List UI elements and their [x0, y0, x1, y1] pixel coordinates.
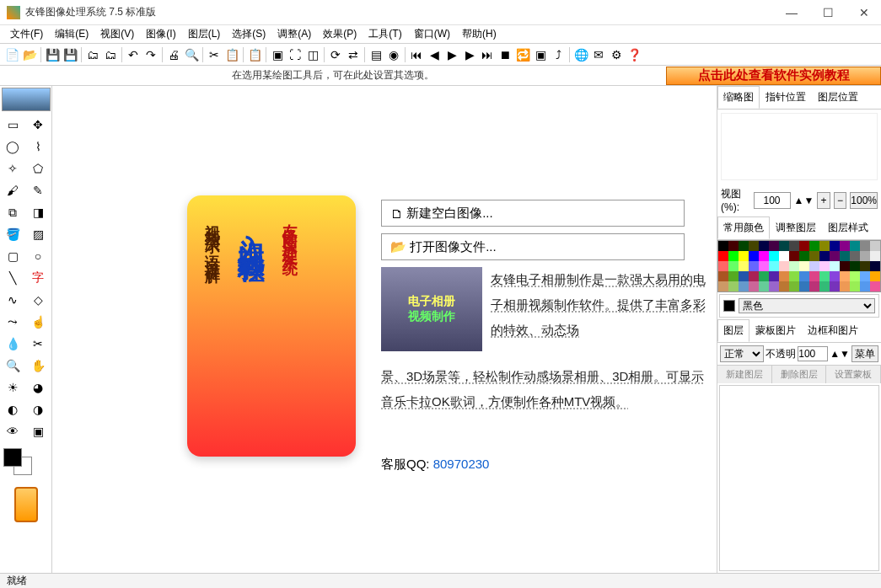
path-tool[interactable]: ⤳: [2, 312, 24, 332]
menu-effect[interactable]: 效果(P): [318, 25, 362, 43]
palette-swatch[interactable]: [819, 261, 830, 271]
cut-icon[interactable]: ✂: [206, 46, 223, 63]
menu-help[interactable]: 帮助(H): [457, 25, 502, 43]
palette-swatch[interactable]: [870, 241, 880, 251]
prev-icon[interactable]: ◀: [426, 46, 443, 63]
spinner-icon[interactable]: ▲▼: [830, 348, 850, 360]
palette-swatch[interactable]: [759, 251, 769, 261]
palette-swatch[interactable]: [769, 251, 779, 261]
palette-swatch[interactable]: [860, 241, 870, 251]
minimize-button[interactable]: —: [781, 4, 803, 21]
undo-icon[interactable]: ↶: [125, 46, 142, 63]
palette-swatch[interactable]: [860, 261, 870, 271]
layer-menu-button[interactable]: 菜单: [851, 345, 878, 362]
palette-swatch[interactable]: [769, 281, 779, 291]
mail-icon[interactable]: ✉: [590, 46, 607, 63]
palette-swatch[interactable]: [779, 281, 789, 291]
palette-swatch[interactable]: [779, 251, 789, 261]
copy-icon[interactable]: 📋: [223, 46, 240, 63]
help-icon[interactable]: ❓: [626, 46, 642, 63]
smudge-tool[interactable]: ☝: [27, 312, 49, 332]
zoom-in-button[interactable]: +: [817, 192, 830, 209]
palette-swatch[interactable]: [749, 251, 759, 261]
menu-edit[interactable]: 编辑(E): [50, 25, 94, 43]
palette-swatch[interactable]: [799, 241, 809, 251]
new-icon[interactable]: 📄: [3, 46, 20, 63]
palette-swatch[interactable]: [718, 241, 728, 251]
lasso-tool[interactable]: ⌇: [27, 136, 49, 157]
palette-swatch[interactable]: [850, 261, 860, 271]
tab-border-image[interactable]: 边框和图片: [802, 319, 864, 342]
clone-tool[interactable]: ⧉: [2, 202, 24, 222]
play-icon[interactable]: ▶: [443, 46, 460, 63]
preview-icon[interactable]: 🔍: [183, 46, 200, 63]
tutorial-card[interactable]: 视频演示 语音讲解 入门视频教程 友锋图像处理系统: [187, 195, 356, 457]
palette-swatch[interactable]: [819, 241, 830, 251]
palette-swatch[interactable]: [759, 241, 769, 251]
palette-swatch[interactable]: [759, 281, 769, 291]
palette-swatch[interactable]: [830, 241, 840, 251]
web-icon[interactable]: 🌐: [572, 46, 589, 63]
palette-swatch[interactable]: [779, 241, 789, 251]
palette-swatch[interactable]: [728, 271, 739, 281]
palette-swatch[interactable]: [870, 261, 880, 271]
brush-tool[interactable]: 🖌: [2, 180, 24, 200]
shape-tool[interactable]: ◇: [27, 290, 49, 310]
line-tool[interactable]: ╲: [2, 268, 24, 288]
palette-swatch[interactable]: [870, 281, 880, 291]
palette-swatch[interactable]: [789, 281, 799, 291]
palette-swatch[interactable]: [840, 241, 850, 251]
palette-swatch[interactable]: [850, 241, 860, 251]
tab-adjust-layer[interactable]: 调整图层: [770, 216, 822, 239]
tab-layer-pos[interactable]: 图层位置: [812, 86, 864, 109]
palette-swatch[interactable]: [830, 251, 840, 261]
menu-file[interactable]: 文件(F): [5, 25, 48, 43]
palette-swatch[interactable]: [789, 241, 799, 251]
palette-swatch[interactable]: [809, 251, 819, 261]
delete-layer-button[interactable]: 删除图层: [772, 366, 827, 383]
eyedropper-tool[interactable]: 💧: [2, 334, 24, 354]
promo-image[interactable]: 电子相册 视频制作: [381, 267, 482, 351]
palette-swatch[interactable]: [819, 281, 830, 291]
palette-swatch[interactable]: [769, 261, 779, 271]
settings-icon[interactable]: ⚙: [608, 46, 625, 63]
rect-tool[interactable]: ▢: [2, 246, 24, 266]
palette-swatch[interactable]: [860, 281, 870, 291]
palette-swatch[interactable]: [728, 241, 739, 251]
palette-swatch[interactable]: [809, 241, 819, 251]
qq-number[interactable]: 80970230: [433, 457, 490, 471]
trim-icon[interactable]: ◫: [304, 46, 321, 63]
palette-swatch[interactable]: [830, 281, 840, 291]
palette-swatch[interactable]: [769, 241, 779, 251]
redo-icon[interactable]: ↷: [142, 46, 159, 63]
palette-swatch[interactable]: [830, 271, 840, 281]
palette-swatch[interactable]: [739, 261, 749, 271]
palette-swatch[interactable]: [739, 251, 749, 261]
palette-swatch[interactable]: [779, 261, 789, 271]
frame-tool[interactable]: ▣: [27, 421, 49, 441]
palette-swatch[interactable]: [840, 251, 850, 261]
palette-swatch[interactable]: [819, 251, 830, 261]
mobile-icon[interactable]: [14, 487, 38, 522]
palette-swatch[interactable]: [799, 281, 809, 291]
flip-icon[interactable]: ⇄: [345, 46, 362, 63]
color-palette[interactable]: [717, 240, 881, 292]
palette-swatch[interactable]: [728, 261, 739, 271]
paste-icon[interactable]: 📋: [246, 46, 263, 63]
palette-swatch[interactable]: [749, 281, 759, 291]
select-rect-tool[interactable]: ▭: [2, 115, 24, 135]
palette-swatch[interactable]: [850, 281, 860, 291]
palette-swatch[interactable]: [789, 271, 799, 281]
folder-icon[interactable]: 🗂: [84, 46, 101, 63]
resize-icon[interactable]: ⛶: [287, 46, 304, 63]
palette-swatch[interactable]: [759, 261, 769, 271]
export-icon[interactable]: ⤴: [550, 46, 567, 63]
menu-view[interactable]: 视图(V): [95, 25, 139, 43]
zoom-100-button[interactable]: 100%: [850, 192, 878, 209]
color-picker[interactable]: [0, 443, 51, 480]
tab-thumbnail[interactable]: 缩略图: [717, 86, 760, 109]
palette-swatch[interactable]: [870, 271, 880, 281]
open-image-button[interactable]: 📂 打开图像文件...: [381, 233, 685, 260]
zoom-out-button[interactable]: −: [834, 192, 847, 209]
menu-layer[interactable]: 图层(L): [183, 25, 226, 43]
